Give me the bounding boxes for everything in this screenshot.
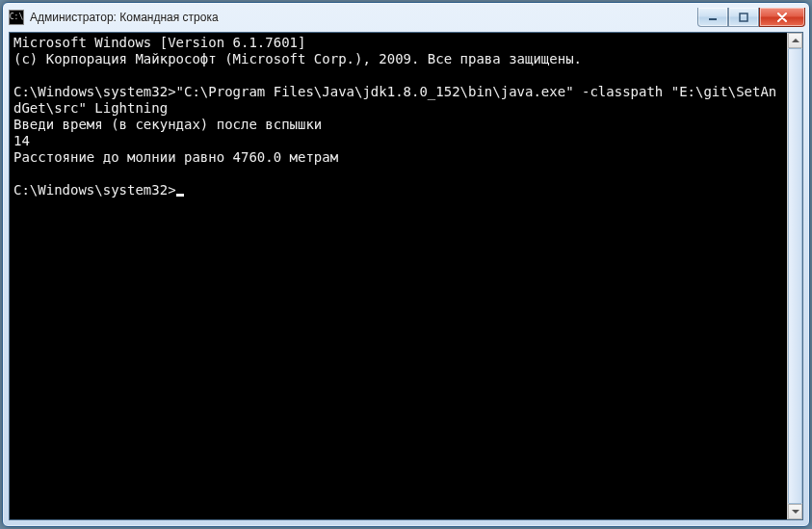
terminal-line: Microsoft Windows [Version 6.1.7601] [13,35,783,51]
minimize-button[interactable] [697,8,728,27]
window-controls [697,8,805,27]
terminal-line [13,67,783,84]
terminal-line: Введи время (в секундах) после вспышки [13,117,783,133]
window-frame: C:\ Администратор: Командная строка Micr… [2,2,810,527]
terminal-output[interactable]: Microsoft Windows [Version 6.1.7601](c) … [10,33,787,519]
terminal-line: C:\Windows\system32>"C:\Program Files\Ja… [13,84,783,117]
svg-rect-1 [740,13,747,21]
scroll-thumb[interactable] [788,48,802,504]
terminal-line [13,166,783,182]
terminal-prompt: C:\Windows\system32> [13,182,176,198]
close-button[interactable] [759,8,805,27]
scroll-up-button[interactable] [788,33,802,48]
scroll-down-button[interactable] [788,504,802,519]
terminal-line: Расстояние до молнии равно 4760.0 метрам [13,149,783,166]
titlebar[interactable]: C:\ Администратор: Командная строка [3,3,809,32]
maximize-button[interactable] [728,8,759,27]
scroll-track[interactable] [788,48,802,504]
terminal-line: (c) Корпорация Майкрософт (Microsoft Cor… [13,51,783,67]
cmd-icon: C:\ [9,10,24,25]
terminal-prompt-line[interactable]: C:\Windows\system32> [13,182,783,198]
client-area: Microsoft Windows [Version 6.1.7601](c) … [9,32,803,520]
terminal-cursor [176,194,184,197]
window-title: Администратор: Командная строка [30,11,697,24]
terminal-line: 14 [13,133,783,149]
vertical-scrollbar[interactable] [787,33,802,519]
svg-rect-0 [709,18,717,20]
